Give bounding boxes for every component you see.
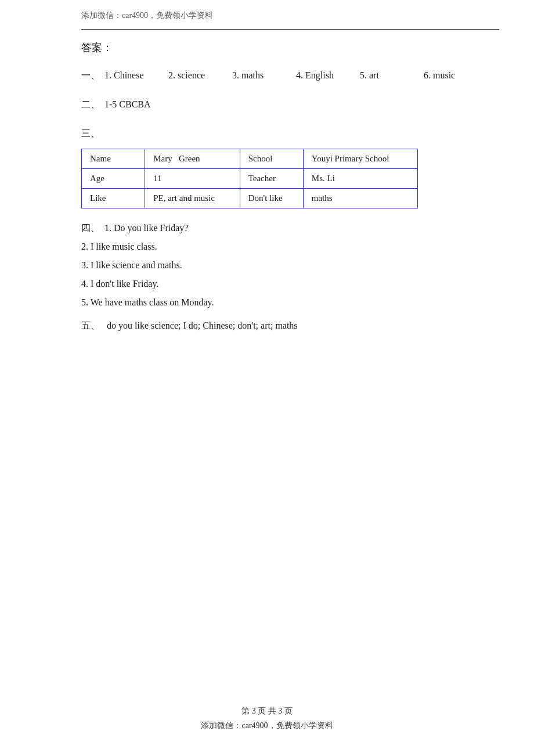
section3-prefix: 三、: [81, 124, 100, 143]
section1-prefix: 一、: [81, 66, 100, 85]
answer-title: 答案：: [81, 41, 499, 55]
section-2: 二、 1-5 CBCBA: [81, 95, 499, 114]
section-4: 四、1. Do you like Friday? 2. I like music…: [81, 219, 499, 312]
section4-sentence-4: 4. I don't like Friday.: [81, 275, 499, 293]
section5-content: do you like science; I do; Chinese; don'…: [107, 321, 298, 330]
table-cell-like-value: PE, art and music: [145, 189, 240, 208]
top-watermark: 添加微信：car4900，免费领小学资料: [81, 10, 213, 21]
section4-sentence-5: 5. We have maths class on Monday.: [81, 293, 499, 312]
section1-item-4: 4. English: [296, 66, 360, 85]
table-row-2: Age 11 Teacher Ms. Li: [82, 169, 418, 189]
section1-item-6: 6. music: [424, 66, 488, 85]
table-cell-school-label: School: [240, 149, 303, 169]
table-cell-name-value: Mary Green: [145, 149, 240, 169]
section4-sentence-3: 3. I like science and maths.: [81, 256, 499, 275]
section1-item-1: 1. Chinese: [104, 66, 168, 85]
table-cell-dontlike-value: maths: [303, 189, 417, 208]
divider-line: [81, 29, 499, 30]
table-cell-age-label: Age: [82, 169, 145, 189]
table-cell-age-value: 11: [145, 169, 240, 189]
section4-sentence-1: 四、1. Do you like Friday?: [81, 219, 499, 237]
section4-prefix: 四、: [81, 223, 100, 233]
section1-item-5: 5. art: [360, 66, 424, 85]
section-3: 三、 Name Mary Green School Youyi Primary …: [81, 124, 499, 208]
section1-item-2: 2. science: [168, 66, 232, 85]
table-cell-teacher-label: Teacher: [240, 169, 303, 189]
section5-prefix: 五、: [81, 321, 100, 330]
section2-prefix: 二、: [81, 95, 100, 114]
section-5: 五、 do you like science; I do; Chinese; d…: [81, 316, 499, 335]
table-cell-dontlike-label: Don't like: [240, 189, 303, 208]
answer-table: Name Mary Green School Youyi Primary Sch…: [81, 149, 418, 208]
section4-sentence-2: 2. I like music class.: [81, 237, 499, 256]
table-row-3: Like PE, art and music Don't like maths: [82, 189, 418, 208]
table-cell-like-label: Like: [82, 189, 145, 208]
section2-content: 1-5 CBCBA: [104, 95, 151, 114]
table-cell-name-label: Name: [82, 149, 145, 169]
table-row-1: Name Mary Green School Youyi Primary Sch…: [82, 149, 418, 169]
table-cell-school-value: Youyi Primary School: [303, 149, 417, 169]
section-1: 一、 1. Chinese 2. science 3. maths 4. Eng…: [81, 66, 499, 85]
table-cell-teacher-value: Ms. Li: [303, 169, 417, 189]
section1-item-3: 3. maths: [232, 66, 296, 85]
footer-line2: 添加微信：car4900，免费领小学资料: [0, 718, 534, 733]
footer-line1: 第 3 页 共 3 页: [0, 704, 534, 718]
footer: 第 3 页 共 3 页 添加微信：car4900，免费领小学资料: [0, 704, 534, 733]
